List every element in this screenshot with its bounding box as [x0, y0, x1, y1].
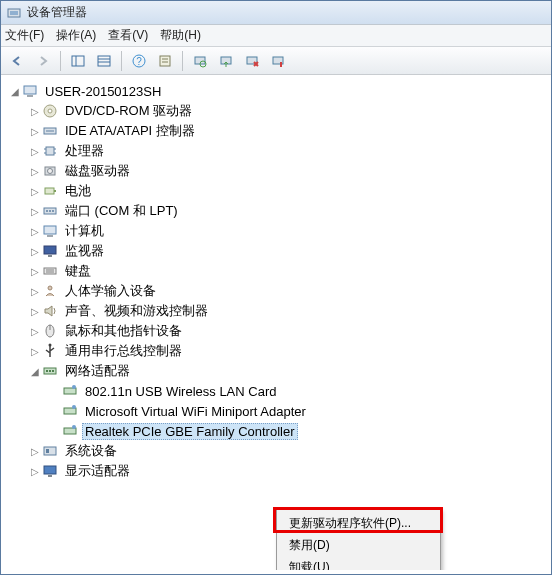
- ctx-disable[interactable]: 禁用(D): [279, 534, 438, 556]
- tree-category[interactable]: ▷监视器: [5, 241, 547, 261]
- tree-category[interactable]: ▷DVD/CD-ROM 驱动器: [5, 101, 547, 121]
- svg-rect-38: [44, 226, 56, 234]
- menu-help[interactable]: 帮助(H): [160, 27, 201, 44]
- category-label: 通用串行总线控制器: [62, 341, 185, 361]
- uninstall-button[interactable]: [240, 50, 264, 72]
- menu-view[interactable]: 查看(V): [108, 27, 148, 44]
- tree-category[interactable]: ▷处理器: [5, 141, 547, 161]
- expand-icon[interactable]: ▷: [29, 345, 41, 357]
- menu-action[interactable]: 操作(A): [56, 27, 96, 44]
- tree-device-selected[interactable]: Realtek PCIe GBE Family Controller: [5, 421, 547, 441]
- disable-button[interactable]: [266, 50, 290, 72]
- toolbar: ?: [1, 47, 551, 75]
- forward-button[interactable]: [31, 50, 55, 72]
- details-view-button[interactable]: [92, 50, 116, 72]
- network-adapter-icon: [62, 403, 78, 419]
- hid-icon: [42, 283, 58, 299]
- svg-rect-1: [10, 11, 18, 15]
- toolbar-separator: [121, 51, 122, 71]
- category-label: 计算机: [62, 221, 107, 241]
- show-hide-console-button[interactable]: [66, 50, 90, 72]
- properties-button[interactable]: [153, 50, 177, 72]
- network-adapter-icon: [42, 363, 58, 379]
- titlebar: 设备管理器: [1, 1, 551, 25]
- tree-category[interactable]: ▷通用串行总线控制器: [5, 341, 547, 361]
- tree-category[interactable]: ▷声音、视频和游戏控制器: [5, 301, 547, 321]
- expand-icon[interactable]: ▷: [29, 465, 41, 477]
- expand-icon[interactable]: ▷: [29, 445, 41, 457]
- expand-icon[interactable]: ▷: [29, 185, 41, 197]
- category-label: 人体学输入设备: [62, 281, 159, 301]
- svg-rect-4: [98, 56, 110, 66]
- monitor-icon: [42, 243, 58, 259]
- update-driver-button[interactable]: [214, 50, 238, 72]
- tree-root[interactable]: ◢ USER-20150123SH: [5, 81, 547, 101]
- svg-point-54: [72, 385, 76, 389]
- tree-category[interactable]: ▷磁盘驱动器: [5, 161, 547, 181]
- category-label: IDE ATA/ATAPI 控制器: [62, 121, 198, 141]
- device-label: Microsoft Virtual WiFi Miniport Adapter: [82, 403, 309, 420]
- tree-category[interactable]: ▷计算机: [5, 221, 547, 241]
- category-label: 处理器: [62, 141, 107, 161]
- expand-icon[interactable]: ▷: [29, 125, 41, 137]
- tree-category[interactable]: ▷系统设备: [5, 441, 547, 461]
- expand-icon[interactable]: ▷: [29, 165, 41, 177]
- expand-icon[interactable]: ▷: [29, 265, 41, 277]
- svg-rect-32: [45, 188, 54, 194]
- keyboard-icon: [42, 263, 58, 279]
- menu-file[interactable]: 文件(F): [5, 27, 44, 44]
- tree-category[interactable]: ▷键盘: [5, 261, 547, 281]
- tree-category[interactable]: ▷电池: [5, 181, 547, 201]
- back-button[interactable]: [5, 50, 29, 72]
- svg-point-31: [48, 169, 53, 174]
- tree-category[interactable]: ▷IDE ATA/ATAPI 控制器: [5, 121, 547, 141]
- tree-category-network[interactable]: ◢ 网络适配器: [5, 361, 547, 381]
- computer-icon: [22, 83, 38, 99]
- svg-point-35: [46, 210, 48, 212]
- svg-rect-25: [46, 147, 54, 155]
- tree-device[interactable]: 802.11n USB Wireless LAN Card: [5, 381, 547, 401]
- expand-icon[interactable]: ▷: [29, 145, 41, 157]
- svg-rect-20: [27, 95, 33, 97]
- tree-device[interactable]: Microsoft Virtual WiFi Miniport Adapter: [5, 401, 547, 421]
- svg-rect-41: [48, 255, 52, 257]
- category-label: 端口 (COM 和 LPT): [62, 201, 181, 221]
- collapse-icon[interactable]: ◢: [29, 365, 41, 377]
- scan-hardware-button[interactable]: [188, 50, 212, 72]
- device-tree[interactable]: ◢ USER-20150123SH ▷DVD/CD-ROM 驱动器▷IDE AT…: [1, 75, 551, 570]
- category-label: 键盘: [62, 261, 94, 281]
- ctx-update-driver[interactable]: 更新驱动程序软件(P)...: [279, 512, 438, 534]
- category-label: 网络适配器: [62, 361, 133, 381]
- tree-category[interactable]: ▷端口 (COM 和 LPT): [5, 201, 547, 221]
- svg-rect-50: [46, 370, 48, 372]
- tree-category[interactable]: ▷鼠标和其他指针设备: [5, 321, 547, 341]
- svg-rect-39: [47, 235, 53, 237]
- expand-icon[interactable]: ▷: [29, 305, 41, 317]
- tree-category[interactable]: ▷显示适配器: [5, 461, 547, 481]
- collapse-icon[interactable]: ◢: [9, 85, 21, 97]
- tree-category[interactable]: ▷人体学输入设备: [5, 281, 547, 301]
- svg-rect-33: [54, 190, 56, 192]
- category-label: 电池: [62, 181, 94, 201]
- context-menu: 更新驱动程序软件(P)... 禁用(D) 卸载(U) 扫描检测硬件改动(A) 属…: [276, 509, 441, 570]
- expand-icon[interactable]: ▷: [29, 205, 41, 217]
- svg-rect-2: [72, 56, 84, 66]
- app-icon: [7, 6, 21, 20]
- expand-icon[interactable]: ▷: [29, 105, 41, 117]
- expand-icon[interactable]: ▷: [29, 285, 41, 297]
- network-adapter-icon: [62, 383, 78, 399]
- svg-rect-61: [44, 466, 56, 474]
- svg-text:?: ?: [136, 56, 142, 67]
- ide-icon: [42, 123, 58, 139]
- expand-icon[interactable]: ▷: [29, 245, 41, 257]
- category-label: 显示适配器: [62, 461, 133, 481]
- usb-icon: [42, 343, 58, 359]
- disk-icon: [42, 163, 58, 179]
- category-label: 磁盘驱动器: [62, 161, 133, 181]
- expand-icon[interactable]: ▷: [29, 325, 41, 337]
- svg-point-48: [49, 344, 52, 347]
- svg-point-56: [72, 405, 76, 409]
- help-button[interactable]: ?: [127, 50, 151, 72]
- ctx-uninstall[interactable]: 卸载(U): [279, 556, 438, 570]
- expand-icon[interactable]: ▷: [29, 225, 41, 237]
